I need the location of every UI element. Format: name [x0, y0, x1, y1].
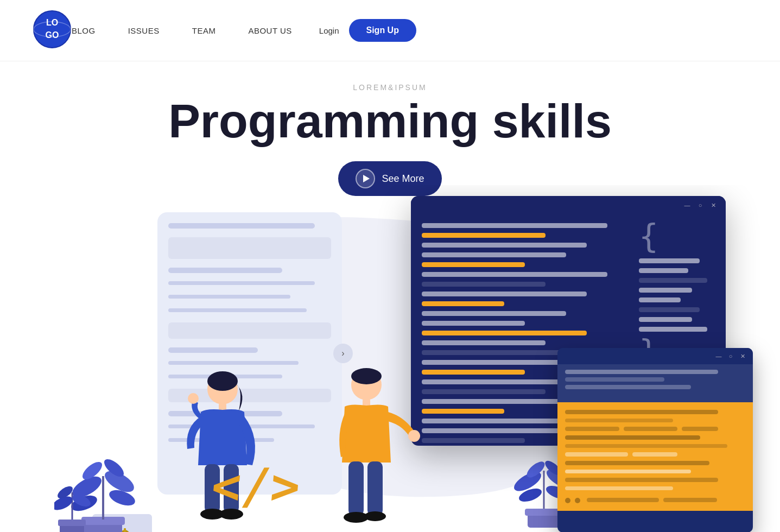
illustration-area: › — ○ ✕ [0, 185, 780, 532]
code-line [639, 317, 692, 322]
svg-text:GO: GO [46, 30, 59, 40]
wireframe-small-line [168, 281, 315, 285]
code-line [565, 410, 718, 414]
wireframe-small-line [168, 308, 307, 312]
code-line [565, 478, 718, 482]
wireframe-block [168, 322, 331, 339]
svg-point-56 [408, 430, 420, 442]
nav-team[interactable]: TEAM [192, 26, 216, 35]
code-line [422, 272, 607, 277]
code-line [639, 278, 707, 283]
svg-point-54 [351, 368, 382, 384]
svg-text:LO: LO [46, 18, 58, 27]
svg-point-0 [34, 11, 71, 48]
code-line [639, 297, 681, 302]
code-line [422, 282, 546, 287]
code-line-highlight [422, 233, 546, 238]
code-line-highlight [422, 409, 504, 414]
code-line-highlight [422, 262, 525, 267]
code-line [565, 461, 709, 465]
wireframe-block [168, 237, 331, 259]
code-line [565, 370, 718, 374]
monitor2-bottom-dots [565, 498, 745, 503]
svg-point-46 [207, 371, 238, 391]
code-line [565, 427, 619, 431]
code-line-highlight [422, 331, 587, 335]
hero-title: Programming skills [0, 96, 780, 146]
code-line [422, 311, 566, 316]
male-character-icon [315, 362, 423, 532]
arrow-right-icon: › [333, 344, 353, 363]
login-button[interactable]: Login [319, 26, 339, 35]
code-line [422, 223, 607, 228]
code-line [639, 327, 707, 332]
hero-subtitle: LOREM&IPSUM [0, 83, 780, 92]
code-line-highlight [422, 370, 525, 375]
code-line [565, 444, 727, 448]
code-line [422, 389, 546, 394]
navbar: LO GO BLOG ISSUES TEAM ABOUT US Login Si… [0, 0, 780, 61]
curly-brace-open: { [639, 223, 715, 249]
maximize-icon-2[interactable]: ○ [727, 352, 734, 360]
html-bracket-symbol: </> [210, 462, 302, 511]
male-character [315, 362, 423, 532]
code-line [639, 268, 688, 273]
dot [565, 498, 570, 503]
hero-section: LOREM&IPSUM Programming skills See More [0, 61, 780, 196]
code-line [422, 340, 546, 345]
code-line [565, 435, 700, 440]
code-line [422, 321, 525, 326]
code-line [422, 419, 566, 423]
code-line [422, 360, 566, 365]
code-line [565, 385, 691, 389]
maximize-icon[interactable]: ○ [696, 201, 704, 209]
code-line [663, 498, 718, 502]
code-line [565, 486, 673, 491]
svg-point-60 [364, 511, 386, 521]
wireframe-small-line [168, 361, 299, 365]
code-line [639, 258, 700, 263]
code-line [422, 438, 525, 443]
monitor-titlebar: — ○ ✕ [411, 196, 726, 214]
code-line-highlight [422, 301, 504, 306]
monitor2-titlebar: — ○ ✕ [557, 348, 753, 364]
close-icon-2[interactable]: ✕ [739, 352, 746, 360]
svg-rect-31 [58, 520, 86, 526]
minimize-icon-2[interactable]: — [715, 352, 722, 360]
code-line [632, 452, 677, 457]
play-triangle [363, 175, 370, 182]
dot [575, 498, 580, 503]
svg-rect-57 [348, 461, 364, 516]
secondary-code-monitor: — ○ ✕ [557, 348, 753, 532]
code-line [639, 307, 700, 312]
logo[interactable]: LO GO [33, 10, 72, 51]
code-line [422, 252, 566, 257]
nav-about[interactable]: ABOUT US [248, 26, 291, 35]
svg-point-48 [188, 393, 199, 404]
plant-left [54, 433, 152, 532]
code-line [565, 452, 628, 457]
code-line [565, 419, 673, 423]
code-line [422, 243, 587, 248]
svg-rect-58 [367, 461, 383, 516]
wireframe-line [168, 223, 315, 229]
nav-issues[interactable]: ISSUES [128, 26, 160, 35]
wireframe-small-line [168, 295, 290, 299]
monitor2-dark-section [557, 364, 753, 402]
code-row [565, 452, 745, 457]
monitor2-orange-section [557, 402, 753, 511]
code-line [422, 292, 587, 296]
minimize-icon[interactable]: — [683, 201, 691, 209]
code-line [682, 427, 718, 431]
signup-button[interactable]: Sign Up [349, 19, 416, 42]
close-icon[interactable]: ✕ [709, 201, 717, 209]
nav-blog[interactable]: BLOG [72, 26, 96, 35]
code-line [565, 377, 664, 382]
wireframe-line [168, 347, 258, 353]
see-more-label: See More [382, 173, 424, 185]
code-line [624, 427, 678, 431]
nav-links: BLOG ISSUES TEAM ABOUT US [72, 26, 292, 35]
code-row [565, 427, 745, 431]
wireframe-line [168, 268, 282, 273]
code-line [565, 470, 691, 474]
